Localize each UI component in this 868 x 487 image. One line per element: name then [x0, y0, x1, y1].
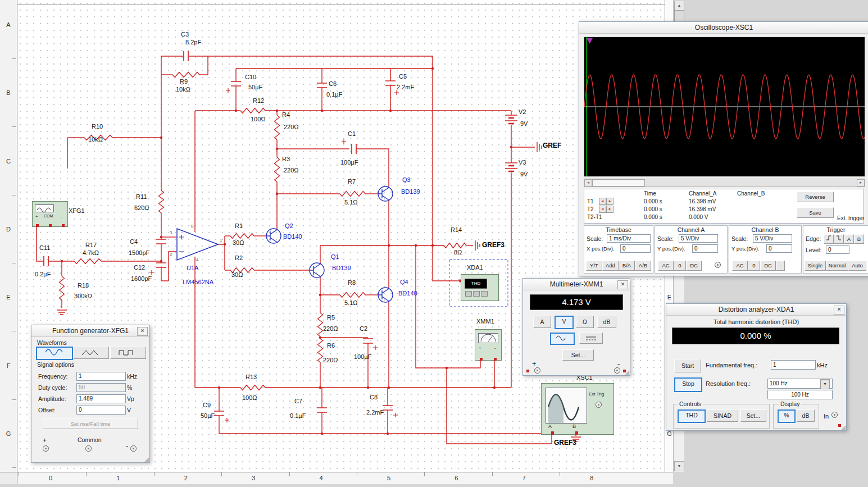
percent-button[interactable]: %: [778, 409, 796, 423]
ampere-mode-button[interactable]: A: [533, 316, 551, 328]
channel-a-terminal[interactable]: [715, 262, 721, 268]
falling-edge-button[interactable]: [834, 234, 844, 244]
timebase-xpos-input[interactable]: 0: [620, 244, 651, 253]
resolution-freq-option[interactable]: 100 Hz: [767, 390, 833, 399]
fgen-minus-terminal[interactable]: [130, 445, 137, 452]
fgen-common-terminal[interactable]: [85, 445, 92, 452]
close-icon[interactable]: ✕: [617, 280, 628, 289]
db-button[interactable]: dB: [797, 409, 815, 422]
channel-a-scale-input[interactable]: 5 V/Div: [679, 234, 718, 243]
ohm-mode-button[interactable]: Ω: [576, 316, 594, 328]
scroll-right-icon[interactable]: ►: [857, 179, 865, 186]
sinad-button[interactable]: SINAD: [707, 409, 738, 422]
fgen-plus-terminal[interactable]: [43, 445, 49, 452]
trigger-b-button[interactable]: B: [854, 234, 864, 244]
xsc1-a-pin[interactable]: [551, 431, 554, 435]
close-icon[interactable]: ✕: [834, 306, 844, 315]
reverse-button[interactable]: Reverse: [797, 192, 834, 202]
timebase-scale-input[interactable]: 1 ms/Div: [607, 234, 651, 243]
close-icon[interactable]: ✕: [137, 327, 148, 336]
xmm1-icon-screen: [478, 333, 498, 343]
set-button[interactable]: Set...: [562, 349, 594, 361]
stop-button[interactable]: Stop: [674, 377, 702, 392]
channel-b-minus-button[interactable]: -: [776, 261, 785, 271]
resize-grip[interactable]: ◢: [625, 369, 629, 375]
sine-wave-button[interactable]: [36, 347, 73, 360]
auto-button[interactable]: Auto: [848, 261, 866, 271]
t1-cursor-marker[interactable]: [587, 38, 593, 44]
xfg1-pin[interactable]: [49, 224, 52, 227]
scroll-down-icon[interactable]: ▼: [674, 461, 684, 471]
offset-input[interactable]: 0: [76, 406, 126, 415]
scrollbar-thumb[interactable]: [592, 179, 645, 186]
scroll-left-icon[interactable]: ◄: [584, 179, 592, 186]
multimeter-plus-pin[interactable]: [526, 370, 529, 372]
function-generator-titlebar[interactable]: Function generator-XFG1: [31, 325, 149, 337]
xsc1-b-label: B: [572, 424, 576, 429]
scroll-up-icon[interactable]: ▲: [674, 1, 684, 11]
minus-terminal[interactable]: [614, 367, 620, 374]
amplitude-input[interactable]: 1.489: [76, 394, 126, 403]
ext-trigger-label: Ext. trigger: [837, 215, 864, 221]
xmm1-instrument-icon[interactable]: + -: [475, 329, 502, 361]
channel-a-zero-button[interactable]: 0: [674, 261, 686, 271]
offset-unit: V: [127, 407, 131, 413]
dc-mode-button[interactable]: [579, 333, 603, 344]
yt-button[interactable]: Y/T: [586, 261, 602, 271]
fundamental-freq-input[interactable]: 1: [771, 360, 816, 370]
resize-grip[interactable]: ◢: [841, 424, 846, 430]
channel-b-title: Channel B: [729, 226, 801, 233]
in-terminal[interactable]: [831, 412, 838, 418]
xfg1-pin[interactable]: [62, 224, 65, 227]
oscilloscope-titlebar[interactable]: Oscilloscope-XSC1: [579, 22, 868, 34]
rising-edge-button[interactable]: [824, 234, 834, 244]
ab-button[interactable]: A/B: [635, 261, 651, 271]
t1-left-icon[interactable]: ◄: [599, 198, 606, 205]
xsc1-b-pin[interactable]: [575, 431, 578, 435]
add-button[interactable]: Add: [602, 261, 619, 271]
t2-label: T2: [587, 206, 594, 212]
chevron-down-icon[interactable]: ▼: [820, 379, 830, 389]
save-button[interactable]: Save: [797, 207, 834, 218]
channel-b-scale-input[interactable]: 5 V/Div: [753, 234, 792, 243]
db-mode-button[interactable]: dB: [597, 316, 616, 328]
channel-b-zero-button[interactable]: 0: [748, 261, 760, 271]
t2-right-icon[interactable]: ►: [606, 206, 613, 213]
trigger-a-button[interactable]: A: [844, 234, 854, 244]
single-button[interactable]: Single: [805, 261, 826, 271]
xsc1-instrument-icon[interactable]: Ext Trig A B: [541, 383, 614, 435]
trigger-level-input[interactable]: 0: [826, 245, 849, 254]
start-button[interactable]: Start: [674, 359, 701, 372]
xfg1-pin[interactable]: [36, 224, 39, 227]
channel-b-ypos-input[interactable]: 0: [766, 244, 792, 253]
resize-grip[interactable]: ◢: [144, 456, 149, 462]
xmm1-pin[interactable]: [494, 358, 497, 361]
ba-button[interactable]: B/A: [619, 261, 635, 271]
xfg1-instrument-icon[interactable]: + COM -: [32, 201, 68, 227]
frequency-input[interactable]: 1: [76, 372, 126, 381]
xsc1-ext-terminal[interactable]: [596, 402, 602, 408]
multimeter-display: 4.173 V: [530, 294, 623, 310]
multimeter-titlebar[interactable]: Multimeter-XMM1: [523, 279, 630, 290]
channel-b-dc-button[interactable]: DC: [760, 261, 776, 271]
normal-button[interactable]: Normal: [826, 261, 848, 271]
xda1-instrument-icon[interactable]: THD: [461, 274, 499, 301]
da-set-button[interactable]: Set...: [740, 409, 766, 422]
thd-button[interactable]: THD: [678, 409, 706, 423]
xmm1-pin[interactable]: [480, 358, 483, 361]
distortion-in-pin[interactable]: [838, 424, 841, 427]
t1-right-icon[interactable]: ►: [606, 198, 613, 205]
volt-mode-button[interactable]: V: [555, 316, 574, 329]
t2-left-icon[interactable]: ◄: [599, 206, 606, 213]
distortion-analyzer-titlebar[interactable]: Distortion analyzer-XDA1: [666, 304, 846, 316]
triangle-wave-button[interactable]: [73, 347, 109, 359]
channel-a-ac-button[interactable]: AC: [658, 261, 674, 271]
channel-a-dc-button[interactable]: DC: [686, 261, 702, 271]
plus-terminal[interactable]: [534, 367, 540, 374]
ac-mode-button[interactable]: [550, 333, 575, 345]
square-wave-icon: [118, 349, 138, 357]
channel-b-ac-button[interactable]: AC: [732, 261, 748, 271]
square-wave-button[interactable]: [110, 347, 146, 359]
scope-horizontal-scrollbar[interactable]: ◄ ►: [584, 179, 865, 187]
channel-a-ypos-input[interactable]: 0: [692, 244, 718, 253]
